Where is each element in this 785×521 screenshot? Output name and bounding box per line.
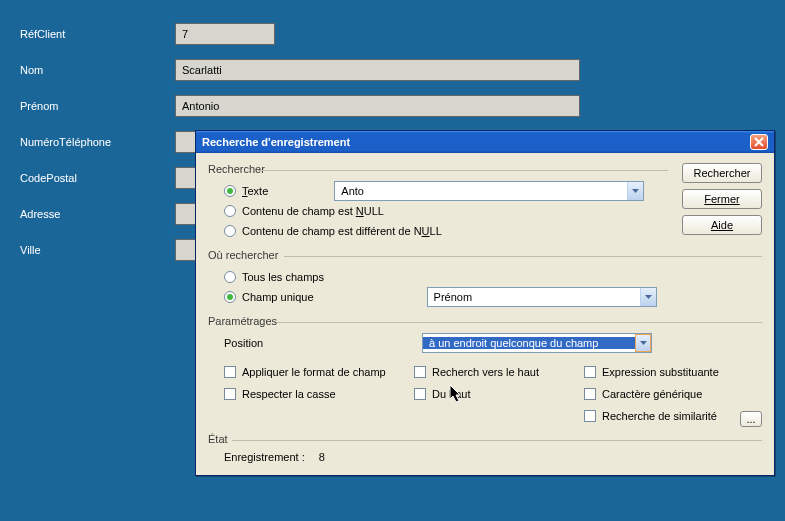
close-button[interactable] bbox=[750, 134, 768, 150]
radio-unique-label: Champ unique bbox=[242, 291, 314, 303]
help-button[interactable]: Aide bbox=[682, 215, 762, 235]
group-ou-label: Où rechercher bbox=[208, 249, 762, 261]
search-text-value: Anto bbox=[335, 185, 627, 197]
check-format-label: Appliquer le format de champ bbox=[242, 366, 386, 378]
check-similarite[interactable] bbox=[584, 410, 596, 422]
radio-tous-champs[interactable] bbox=[224, 271, 236, 283]
label-nom: Nom bbox=[0, 64, 175, 76]
check-generique-label: Caractère générique bbox=[602, 388, 702, 400]
search-button[interactable]: Rechercher bbox=[682, 163, 762, 183]
check-casse-label: Respecter la casse bbox=[242, 388, 336, 400]
dropdown-icon bbox=[635, 334, 651, 352]
radio-notnull[interactable] bbox=[224, 225, 236, 237]
etat-record-label: Enregistrement : bbox=[224, 451, 305, 463]
radio-texte-label: Texte bbox=[242, 185, 268, 197]
dialog-title: Recherche d'enregistrement bbox=[202, 136, 350, 148]
input-telephone[interactable] bbox=[175, 131, 195, 153]
input-refclient[interactable] bbox=[175, 23, 275, 45]
check-similarite-label: Recherche de similarité bbox=[602, 410, 717, 422]
radio-texte[interactable] bbox=[224, 185, 236, 197]
radio-tous-label: Tous les champs bbox=[242, 271, 324, 283]
check-vers-haut[interactable] bbox=[414, 366, 426, 378]
check-casse[interactable] bbox=[224, 388, 236, 400]
dropdown-icon bbox=[627, 182, 643, 200]
check-du-haut-label: Du haut bbox=[432, 388, 471, 400]
dialog-titlebar[interactable]: Recherche d'enregistrement bbox=[196, 131, 774, 153]
input-codepostal[interactable] bbox=[175, 167, 195, 189]
check-du-haut[interactable] bbox=[414, 388, 426, 400]
radio-null[interactable] bbox=[224, 205, 236, 217]
check-format[interactable] bbox=[224, 366, 236, 378]
input-ville[interactable] bbox=[175, 239, 195, 261]
radio-notnull-label: Contenu de champ est différent de NULL bbox=[242, 225, 442, 237]
field-combo-value: Prénom bbox=[428, 291, 640, 303]
input-adresse[interactable] bbox=[175, 203, 195, 225]
input-prenom[interactable] bbox=[175, 95, 580, 117]
dropdown-icon bbox=[640, 288, 656, 306]
position-label: Position bbox=[224, 337, 414, 349]
more-options-button[interactable]: ... bbox=[740, 411, 762, 427]
group-etat-label: État bbox=[208, 433, 762, 445]
input-nom[interactable] bbox=[175, 59, 580, 81]
label-refclient: RéfClient bbox=[0, 28, 175, 40]
group-param-label: Paramétrages bbox=[208, 315, 762, 327]
etat-record-value: 8 bbox=[319, 451, 325, 463]
position-combo[interactable]: à un endroit quelconque du champ bbox=[422, 333, 652, 353]
label-adresse: Adresse bbox=[0, 208, 175, 220]
field-combo[interactable]: Prénom bbox=[427, 287, 657, 307]
check-generique[interactable] bbox=[584, 388, 596, 400]
radio-champ-unique[interactable] bbox=[224, 291, 236, 303]
search-text-combo[interactable]: Anto bbox=[334, 181, 644, 201]
search-dialog: Recherche d'enregistrement Rechercher Fe… bbox=[195, 130, 775, 476]
close-dialog-button[interactable]: Fermer bbox=[682, 189, 762, 209]
label-codepostal: CodePostal bbox=[0, 172, 175, 184]
check-expression-label: Expression substituante bbox=[602, 366, 719, 378]
close-icon bbox=[754, 137, 764, 147]
check-vers-haut-label: Recherch vers le haut bbox=[432, 366, 539, 378]
label-telephone: NuméroTéléphone bbox=[0, 136, 175, 148]
label-ville: Ville bbox=[0, 244, 175, 256]
check-expression[interactable] bbox=[584, 366, 596, 378]
position-combo-value: à un endroit quelconque du champ bbox=[423, 337, 635, 349]
group-rechercher-label: Rechercher bbox=[208, 163, 668, 175]
radio-null-label: Contenu de champ est NULL bbox=[242, 205, 384, 217]
label-prenom: Prénom bbox=[0, 100, 175, 112]
